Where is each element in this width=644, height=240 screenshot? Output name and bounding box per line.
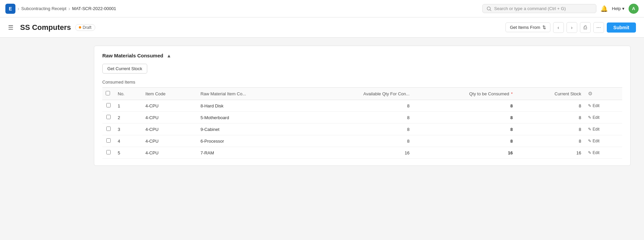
row-current-stock-5: 16 [516,147,585,159]
select-all-header [102,88,114,100]
next-button[interactable]: › [567,22,577,33]
more-options-button[interactable]: ··· [593,22,604,33]
edit-label-3: Edit [593,127,600,132]
row-available-qty-3: 8 [304,124,413,135]
svg-line-1 [490,9,491,11]
row-edit-cell-2: ✎ Edit [585,112,622,124]
help-chevron-icon: ▾ [622,6,625,11]
edit-icon-2: ✎ [588,115,591,120]
consumed-items-table: No. Item Code Raw Material Item Co... Av… [102,87,622,159]
breadcrumb-sep-1: › [17,6,19,12]
row-item-code-2: 4-CPU [142,112,197,124]
row-available-qty-5: 16 [304,147,413,159]
table-row: 4 4-CPU 6-Processor 8 8 8 ✎ Edit [102,135,622,147]
edit-button-3[interactable]: ✎ Edit [588,127,600,132]
draft-dot [79,26,81,29]
edit-label-1: Edit [593,103,600,108]
help-label: Help [612,6,621,11]
toolbar: ☰ SS Computers Draft Get Items From ⇅ ‹ … [0,17,644,38]
table-row: 5 4-CPU 7-RAM 16 16 16 ✎ Edit [102,147,622,159]
section-title: Raw Materials Consumed [102,53,163,58]
available-qty-column-header: Available Qty For Con... [304,88,413,100]
table-row: 2 4-CPU 5-Motherboard 8 8 8 ✎ Edit [102,112,622,124]
row-no-3: 3 [114,124,142,135]
qty-consumed-column-header: Qty to be Consumed * [413,88,516,100]
required-star: * [511,91,513,96]
row-no-2: 2 [114,112,142,124]
gear-icon[interactable]: ⚙ [588,91,592,96]
row-checkbox-1[interactable] [106,103,111,107]
row-available-qty-4: 8 [304,135,413,147]
raw-material-column-header: Raw Material Item Co... [197,88,305,100]
collapse-icon[interactable]: ▲ [167,53,171,58]
select-all-checkbox[interactable] [106,91,110,95]
row-checkbox-2[interactable] [106,115,111,119]
table-row: 1 4-CPU 8-Hard Disk 8 8 8 ✎ Edit [102,100,622,112]
submit-button[interactable]: Submit [607,22,636,33]
edit-label-2: Edit [593,115,600,120]
edit-button-4[interactable]: ✎ Edit [588,139,600,143]
get-items-chevron-icon: ⇅ [542,25,546,30]
row-item-code-5: 4-CPU [142,147,197,159]
item-code-column-header: Item Code [142,88,197,100]
row-checkbox-cell [102,100,114,112]
breadcrumb-receipt-id[interactable]: MAT-SCR-2022-00001 [72,6,116,11]
row-checkbox-3[interactable] [106,127,111,131]
current-stock-column-header: Current Stock [516,88,585,100]
breadcrumb: E › Subcontracting Receipt › MAT-SCR-202… [5,4,116,14]
edit-button-5[interactable]: ✎ Edit [588,150,600,155]
settings-column-header: ⚙ [585,88,622,100]
help-button[interactable]: Help ▾ [612,6,625,11]
edit-button-1[interactable]: ✎ Edit [588,103,600,108]
breadcrumb-subcontracting[interactable]: Subcontracting Receipt [21,6,66,11]
row-current-stock-4: 8 [516,135,585,147]
avatar[interactable]: A [629,4,639,14]
status-label: Draft [83,25,92,30]
topnav-right: Search or type a command (Ctrl + G) 🔔 He… [482,4,639,14]
bell-icon[interactable]: 🔔 [600,5,608,12]
row-qty-consumed-2: 8 [413,112,516,124]
menu-icon[interactable]: ☰ [8,24,13,31]
consumed-items-label: Consumed Items [102,80,622,85]
edit-icon-4: ✎ [588,139,591,143]
get-current-stock-button[interactable]: Get Current Stock [102,64,147,74]
row-item-code-1: 4-CPU [142,100,197,112]
row-qty-consumed-1: 8 [413,100,516,112]
row-qty-consumed-4: 8 [413,135,516,147]
row-edit-cell-1: ✎ Edit [585,100,622,112]
search-bar[interactable]: Search or type a command (Ctrl + G) [482,4,596,13]
row-qty-consumed-3: 8 [413,124,516,135]
table-body: 1 4-CPU 8-Hard Disk 8 8 8 ✎ Edit 2 4-CPU… [102,100,622,159]
row-raw-material-5: 7-RAM [197,147,305,159]
page-title: SS Computers [20,23,71,32]
row-raw-material-4: 6-Processor [197,135,305,147]
row-raw-material-3: 9-Cabinet [197,124,305,135]
row-checkbox-cell [102,112,114,124]
row-checkbox-4[interactable] [106,138,111,143]
status-badge: Draft [75,24,95,31]
toolbar-actions: Get Items From ⇅ ‹ › ⎙ ··· Submit [505,22,636,33]
table-row: 3 4-CPU 9-Cabinet 8 8 8 ✎ Edit [102,124,622,135]
no-column-header: No. [114,88,142,100]
get-items-button[interactable]: Get Items From ⇅ [505,22,550,32]
edit-button-2[interactable]: ✎ Edit [588,115,600,120]
breadcrumb-sep-2: › [68,6,70,12]
row-no-4: 4 [114,135,142,147]
row-checkbox-cell [102,147,114,159]
row-checkbox-5[interactable] [106,150,111,154]
row-edit-cell-5: ✎ Edit [585,147,622,159]
edit-label-5: Edit [593,150,600,155]
row-checkbox-cell [102,124,114,135]
section-header: Raw Materials Consumed ▲ [102,53,622,58]
search-icon [487,6,491,11]
prev-button[interactable]: ‹ [553,22,564,33]
row-current-stock-1: 8 [516,100,585,112]
row-available-qty-2: 8 [304,112,413,124]
row-available-qty-1: 8 [304,100,413,112]
print-button[interactable]: ⎙ [580,22,591,33]
row-item-code-3: 4-CPU [142,124,197,135]
edit-icon-3: ✎ [588,127,591,132]
row-raw-material-1: 8-Hard Disk [197,100,305,112]
row-current-stock-2: 8 [516,112,585,124]
search-placeholder: Search or type a command (Ctrl + G) [494,6,566,11]
